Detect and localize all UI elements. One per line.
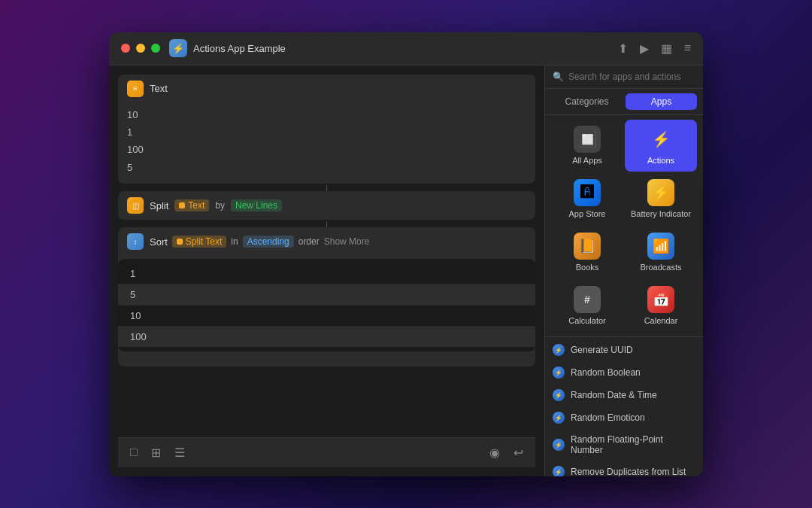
split-newlines-tag: New Lines (231, 199, 282, 211)
split-text-ref-tag: Split Text (172, 236, 226, 248)
action-item-icon: ⚡ (553, 389, 565, 401)
play-icon[interactable]: ▶ (640, 41, 649, 56)
split-block: ◫ Split Text by New Lines (118, 191, 535, 220)
undo-button[interactable]: ↩ (511, 444, 526, 461)
books-label: Books (576, 263, 599, 272)
tab-apps[interactable]: Apps (626, 93, 697, 110)
all-apps-label: All Apps (572, 156, 602, 166)
app-grid: 🔲 All Apps ⚡ Actions 🅰 App Store ⚡ Batte… (545, 115, 703, 338)
window-title: Actions App Example (193, 43, 618, 54)
toolbar-right: ◉ ↩ (486, 444, 526, 461)
close-button[interactable] (121, 44, 130, 53)
action-item-icon: ⚡ (553, 439, 565, 451)
text-value-4: 5 (127, 159, 526, 176)
split-block-header: ◫ Split Text by New Lines (118, 191, 535, 220)
menu-icon[interactable]: ≡ (684, 41, 691, 55)
app-cell-actions[interactable]: ⚡ Actions (625, 120, 697, 172)
action-item-random-date-time[interactable]: ⚡ Random Date & Time (545, 384, 703, 406)
show-more-button[interactable]: Show More (324, 236, 370, 247)
action-list: ⚡ Generate UUID ⚡ Random Boolean ⚡ Rando… (545, 337, 703, 476)
fullscreen-button[interactable] (151, 44, 160, 53)
action-item-label: Random Floating-Point Number (571, 434, 695, 455)
minimize-button[interactable] (136, 44, 145, 53)
action-item-random-float[interactable]: ⚡ Random Floating-Point Number (545, 429, 703, 461)
result-area: 1 5 10 100 (118, 259, 535, 351)
action-item-label: Random Emoticon (571, 412, 645, 423)
sort-block-icon: ↕ (127, 233, 144, 250)
broadcasts-icon: 📶 (647, 233, 674, 260)
all-apps-icon: 🔲 (574, 126, 601, 153)
app-cell-all-apps[interactable]: 🔲 All Apps (551, 120, 623, 172)
search-icon: 🔍 (553, 71, 564, 82)
sort-in-text: in (231, 236, 238, 247)
tab-row: Categories Apps (545, 89, 703, 115)
text-block-label: Text (150, 83, 168, 94)
single-view-button[interactable]: □ (127, 444, 141, 461)
grid-view-button[interactable]: ⊞ (148, 444, 164, 461)
ascending-tag: Ascending (243, 236, 294, 248)
action-item-random-emoticon[interactable]: ⚡ Random Emoticon (545, 406, 703, 429)
battery-label: Battery Indicator (631, 209, 691, 219)
share-icon[interactable]: ⬆ (618, 41, 628, 56)
action-item-label: Generate UUID (571, 345, 633, 355)
actions-icon: ⚡ (647, 126, 674, 153)
search-bar: 🔍 (545, 65, 703, 89)
result-row-4: 100 (118, 327, 535, 347)
text-block: ≡ Text 10 1 100 5 (118, 75, 535, 184)
tab-categories[interactable]: Categories (551, 93, 623, 110)
titlebar: ⚡ Actions App Example ⬆ ▶ ▦ ≡ (109, 32, 703, 65)
action-item-remove-duplicates[interactable]: ⚡ Remove Duplicates from List (545, 461, 703, 476)
preview-button[interactable]: ◉ (486, 444, 503, 461)
app-icon: ⚡ (169, 39, 187, 57)
text-value-2: 1 (127, 123, 526, 141)
text-block-icon: ≡ (127, 81, 144, 97)
app-cell-books[interactable]: 📙 Books (551, 227, 623, 278)
app-cell-broadcasts[interactable]: 📶 Broadcasts (625, 227, 697, 278)
action-item-icon: ⚡ (553, 367, 565, 379)
battery-icon: ⚡ (647, 179, 674, 206)
books-icon: 📙 (574, 233, 601, 260)
actions-label: Actions (647, 156, 674, 166)
calculator-label: Calculator (568, 316, 606, 326)
titlebar-actions: ⬆ ▶ ▦ ≡ (618, 41, 691, 56)
app-cell-battery[interactable]: ⚡ Battery Indicator (625, 173, 697, 225)
split-by-text: by (215, 200, 225, 211)
action-item-icon: ⚡ (553, 344, 565, 356)
action-item-label: Random Boolean (571, 367, 641, 378)
sort-block: ↕ Sort Split Text in Ascending order (118, 227, 535, 367)
action-item-label: Random Date & Time (571, 390, 657, 400)
app-cell-calculator[interactable]: # Calculator (551, 280, 623, 332)
action-item-icon: ⚡ (553, 466, 565, 476)
sort-label: Sort (150, 236, 168, 248)
result-row-2: 5 (118, 284, 535, 306)
app-cell-calendar[interactable]: 📅 Calendar (625, 280, 697, 332)
left-panel: ≡ Text 10 1 100 5 ◫ Split (109, 65, 545, 476)
calendar-icon: 📅 (647, 286, 674, 313)
split-block-icon: ◫ (127, 197, 144, 214)
calculator-icon: # (574, 286, 601, 313)
calendar-label: Calendar (644, 316, 678, 326)
text-value-3: 100 (127, 141, 526, 158)
action-item-generate-uuid[interactable]: ⚡ Generate UUID (545, 339, 703, 361)
action-item-random-boolean[interactable]: ⚡ Random Boolean (545, 361, 703, 384)
result-row-1: 1 (118, 263, 535, 284)
app-cell-app-store[interactable]: 🅰 App Store (551, 173, 623, 225)
sort-order-text: order (298, 236, 320, 247)
right-panel: 🔍 Categories Apps 🔲 All Apps (545, 65, 703, 476)
search-input[interactable] (568, 71, 695, 82)
result-row-3: 10 (118, 306, 535, 327)
split-text-tag: Text (174, 199, 209, 211)
action-item-label: Remove Duplicates from List (571, 467, 686, 476)
traffic-lights (121, 44, 160, 53)
text-values: 10 1 100 5 (118, 103, 535, 184)
text-block-header: ≡ Text (118, 75, 535, 103)
content-area: ≡ Text 10 1 100 5 ◫ Split (109, 65, 703, 476)
library-icon[interactable]: ▦ (661, 41, 672, 56)
sort-block-header: ↕ Sort Split Text in Ascending order (118, 227, 535, 256)
main-window: ⚡ Actions App Example ⬆ ▶ ▦ ≡ ≡ Text 10 (109, 32, 703, 476)
bottom-toolbar: □ ⊞ ☰ ◉ ↩ (118, 437, 535, 467)
app-store-label: App Store (569, 209, 606, 219)
split-label: Split (150, 200, 168, 211)
action-item-icon: ⚡ (553, 412, 565, 424)
list-view-button[interactable]: ☰ (171, 444, 188, 461)
